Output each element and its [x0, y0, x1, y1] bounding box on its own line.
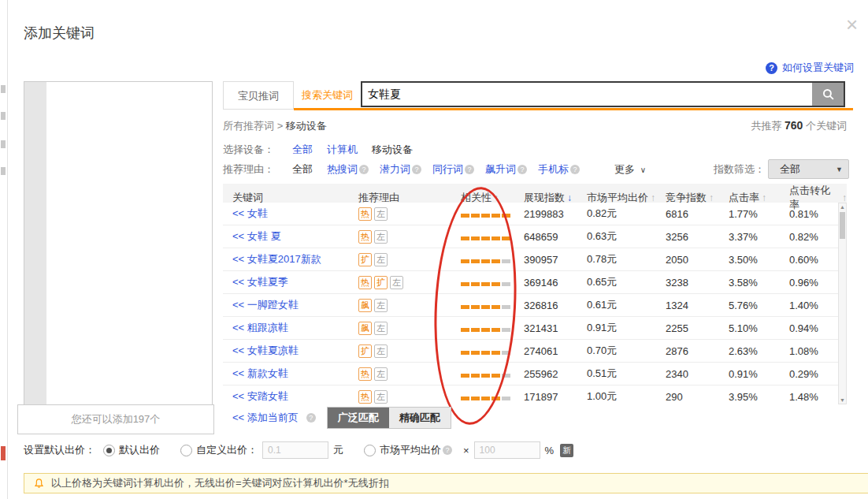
exact-match-button[interactable]: 精确匹配 — [389, 408, 451, 428]
keyword-add-link[interactable]: << 女鞋夏凉鞋 — [232, 344, 299, 356]
broad-match-button[interactable]: 广泛匹配 — [328, 408, 389, 428]
sort-asc-icon[interactable]: ↑ — [651, 192, 655, 203]
tab-item-recommend[interactable]: 宝贝推词 — [223, 81, 294, 110]
question-mark-icon[interactable]: ? — [306, 413, 316, 423]
device-option-0[interactable]: 全部 — [292, 143, 313, 157]
click-rate: 3.37% — [729, 231, 789, 243]
reason-option-0[interactable]: 全部 — [292, 162, 313, 177]
scrollbar-up-icon[interactable]: ▲ — [839, 204, 846, 210]
impression-index: 648659 — [524, 231, 587, 243]
impression-index: 326816 — [524, 300, 587, 311]
reason-badges: 热扩左 — [358, 276, 461, 289]
more-filters-button[interactable]: 更多 ∨ — [614, 162, 646, 177]
keyword-add-link[interactable]: << 女鞋 — [232, 207, 268, 219]
breadcrumb-root[interactable]: 所有推荐词 — [223, 120, 274, 132]
scrollbar-thumb[interactable] — [840, 212, 845, 239]
click-rate: 1.77% — [729, 208, 789, 220]
competition-index: 2340 — [666, 368, 729, 380]
reason-badge-icon: 热 — [358, 367, 372, 381]
table-scrollbar[interactable]: ▲ ▼ — [838, 203, 847, 404]
reason-option-3[interactable]: 同行词 — [432, 162, 463, 177]
add-current-page-link[interactable]: << 添加当前页 — [232, 411, 299, 425]
search-icon — [822, 88, 835, 101]
sort-asc-icon[interactable]: ↑ — [762, 192, 766, 203]
market-average-bid: 0.51元 — [587, 367, 666, 381]
device-option-1[interactable]: 计算机 — [327, 143, 358, 157]
relevance-bar-segment — [491, 282, 500, 286]
keyword-search-input[interactable] — [361, 81, 845, 107]
reason-badge-icon: 左 — [374, 230, 388, 244]
relevance-bar-segment — [502, 328, 510, 332]
sort-desc-icon[interactable]: ↓ — [567, 192, 572, 203]
reason-option-2[interactable]: 潜力词 — [380, 162, 410, 177]
reason-badge-icon: 左 — [374, 322, 388, 335]
question-mark-icon[interactable]: ? — [412, 165, 421, 174]
market-bid-radio[interactable] — [364, 445, 376, 456]
close-icon[interactable]: × — [846, 14, 858, 35]
default-bid-radio[interactable] — [103, 445, 115, 456]
market-average-bid: 0.78元 — [587, 252, 666, 266]
background-text-fragment — [1, 167, 6, 175]
click-rate: 3.58% — [729, 277, 789, 289]
help-link[interactable]: 如何设置关键词 — [782, 61, 854, 75]
table-row: << 新款女鞋热左2559620.51元23400.91%0.29% — [223, 363, 847, 385]
click-rate: 0.91% — [729, 368, 789, 380]
custom-bid-radio[interactable] — [180, 445, 192, 456]
index-filter-select[interactable]: 全部 ▼ — [768, 159, 849, 179]
relevance-bar-segment — [491, 305, 500, 309]
question-mark-icon[interactable]: ? — [570, 165, 580, 174]
impression-index: 274061 — [524, 345, 587, 357]
custom-bid-input[interactable] — [262, 441, 328, 459]
click-rate: 3.50% — [729, 254, 789, 266]
scrollbar-down-icon[interactable]: ▼ — [839, 397, 846, 403]
keyword-add-link[interactable]: << 安踏女鞋 — [232, 390, 288, 402]
new-feature-badge: 新 — [560, 444, 573, 457]
search-button[interactable] — [812, 83, 844, 106]
impression-index: 390957 — [524, 254, 587, 266]
sort-asc-icon[interactable]: ↑ — [709, 192, 714, 203]
relevance-bar-segment — [481, 351, 490, 355]
keyword-add-link[interactable]: << 一脚蹬女鞋 — [232, 299, 299, 311]
market-average-bid: 0.61元 — [587, 298, 666, 312]
relevance-bar-segment — [461, 305, 469, 309]
reason-badges: 扩左 — [358, 344, 461, 358]
table-row: << 女鞋夏季热扩左3691460.65元32383.58%0.96% — [223, 271, 847, 294]
reason-option-1[interactable]: 热搜词 — [327, 162, 358, 177]
keyword-add-link[interactable]: << 女鞋 夏 — [232, 230, 280, 242]
reason-badge-icon: 扩 — [358, 344, 372, 358]
reason-option-4[interactable]: 飙升词 — [485, 162, 516, 177]
relevance-bars — [461, 277, 524, 289]
device-option-2[interactable]: 移动设备 — [372, 143, 413, 157]
keyword-add-link[interactable]: << 新款女鞋 — [232, 367, 288, 379]
keyword-add-link[interactable]: << 粗跟凉鞋 — [232, 322, 288, 333]
percent-sign: % — [545, 445, 555, 456]
reason-badges: 飙左 — [358, 299, 461, 312]
keyword-add-link[interactable]: << 女鞋夏2017新款 — [232, 253, 321, 265]
reason-option-5[interactable]: 手机标 — [538, 162, 569, 177]
question-mark-icon[interactable]: ? — [443, 445, 452, 455]
table-row: << 女鞋夏2017新款扩左3909570.78元20503.50%0.60% — [223, 248, 847, 271]
relevance-bar-segment — [461, 236, 469, 240]
reason-badges: 热左 — [358, 230, 461, 244]
tab-search-keyword[interactable]: 搜索关键词 — [294, 81, 361, 110]
click-rate: 5.10% — [729, 322, 789, 334]
keyword-add-link[interactable]: << 女鞋夏季 — [232, 276, 288, 288]
reason-badge-icon: 左 — [374, 367, 388, 381]
question-mark-icon[interactable]: ? — [517, 165, 527, 174]
reason-options: 全部热搜词?潜力词?同行词?飙升词?手机标? — [292, 162, 591, 177]
question-mark-icon[interactable]: ? — [359, 165, 369, 174]
relevance-bars — [461, 368, 524, 380]
question-mark-icon[interactable]: ? — [465, 165, 474, 174]
market-average-bid: 0.70元 — [587, 344, 666, 358]
sort-asc-icon[interactable]: ↑ — [494, 192, 499, 203]
reason-badge-icon: 左 — [374, 253, 388, 266]
reason-badges: 扩左 — [358, 253, 461, 266]
sort-asc-icon[interactable]: ↑ — [842, 192, 847, 203]
help-icon[interactable]: ? — [766, 62, 777, 74]
background-text-fragment — [1, 112, 6, 120]
default-bid-label: 默认出价 — [119, 443, 160, 457]
market-percent-input[interactable] — [474, 441, 540, 459]
breadcrumb-separator: > — [277, 120, 284, 132]
device-filter-row: 选择设备： 全部计算机移动设备 — [223, 141, 853, 158]
competition-index: 6816 — [666, 208, 729, 220]
